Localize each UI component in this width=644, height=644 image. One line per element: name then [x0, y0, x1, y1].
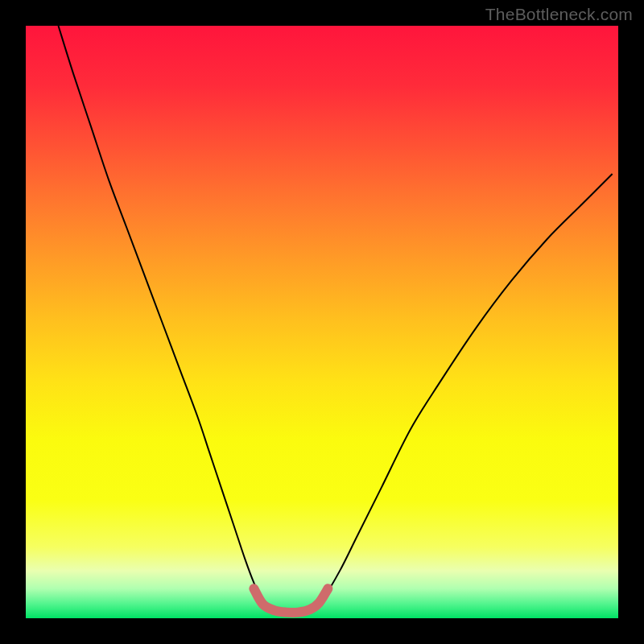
highlight-band [254, 588, 328, 613]
bottleneck-curve [58, 26, 612, 615]
plot-area [26, 26, 618, 618]
chart-frame: TheBottleneck.com [0, 0, 644, 644]
watermark-text: TheBottleneck.com [485, 5, 633, 24]
chart-lines [26, 26, 618, 618]
